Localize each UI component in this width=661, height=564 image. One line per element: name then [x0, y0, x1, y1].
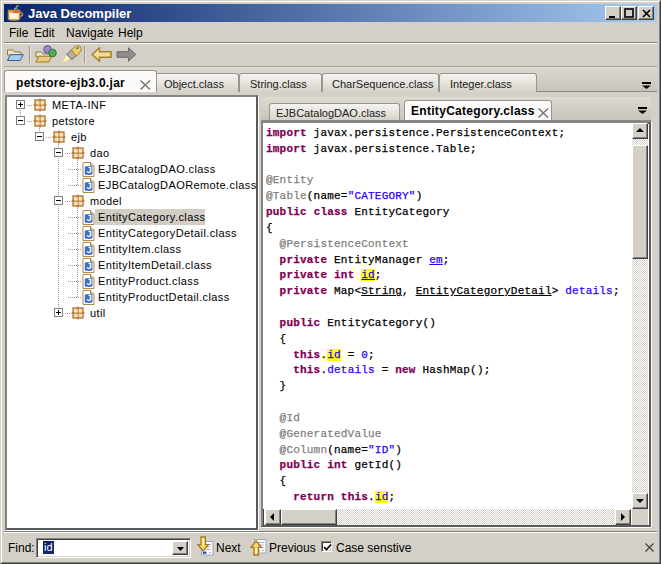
svg-text:J: J [87, 180, 92, 191]
svg-text:J: J [87, 212, 92, 223]
svg-text:J: J [87, 260, 92, 271]
svg-text:J: J [87, 228, 92, 239]
svg-text:J: J [87, 164, 92, 175]
svg-text:J: J [87, 292, 92, 303]
svg-text:J: J [87, 244, 92, 255]
svg-text:J: J [87, 276, 92, 287]
